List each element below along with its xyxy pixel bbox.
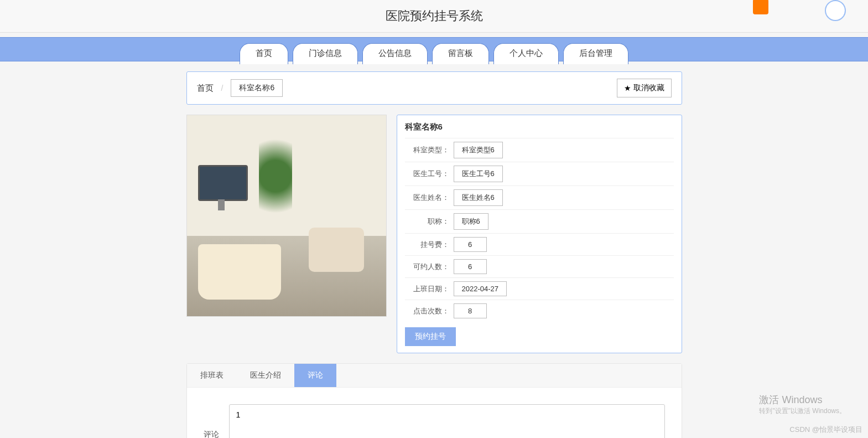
nav-tab-message[interactable]: 留言板 [432,43,489,64]
breadcrumb-separator: / [221,84,224,92]
header-badge-icon [753,0,768,14]
detail-section: 科室名称6 科室类型： 科室类型6 医生工号： 医生工号6 医生姓名： 医生姓名… [186,115,682,353]
nav-tab-notice[interactable]: 公告信息 [362,43,428,64]
nav-tab-outpatient[interactable]: 门诊信息 [293,43,358,64]
info-row-slots: 可约人数： 6 [405,255,674,277]
cancel-favorite-button[interactable]: ★ 取消收藏 [617,79,672,97]
main-container: 首页 / 科室名称6 ★ 取消收藏 科室名称6 科室类型： [186,71,682,438]
breadcrumb: 首页 / 科室名称6 ★ 取消收藏 [186,71,682,105]
windows-activation-watermark: 激活 Windows 转到"设置"以激活 Windows。 [759,393,846,416]
detail-info-card: 科室名称6 科室类型： 科室类型6 医生工号： 医生工号6 医生姓名： 医生姓名… [397,115,682,353]
info-row-title: 职称： 职称6 [405,209,674,233]
comment-label: 评论 [204,430,219,438]
info-row-doctor-id: 医生工号： 医生工号6 [405,162,674,185]
info-value: 医生姓名6 [454,189,503,206]
page-title: 医院预约挂号系统 [386,9,483,23]
info-value: 2022-04-27 [454,281,507,296]
sub-tabs-card: 排班表 医生介绍 评论 评论 [186,363,682,438]
comment-textarea[interactable] [229,404,665,438]
info-value: 6 [454,259,487,274]
breadcrumb-current: 科室名称6 [231,79,283,97]
nav-tab-personal[interactable]: 个人中心 [493,43,559,64]
user-avatar-icon[interactable] [825,0,846,21]
info-label: 上班日期： [405,284,454,294]
info-table: 科室类型： 科室类型6 医生工号： 医生工号6 医生姓名： 医生姓名6 职称： … [405,138,674,322]
star-icon: ★ [624,84,631,92]
info-label: 医生工号： [405,169,454,179]
nav-tabs: 首页 门诊信息 公告信息 留言板 个人中心 后台管理 [0,43,868,64]
main-nav: 首页 门诊信息 公告信息 留言板 个人中心 后台管理 [0,37,868,61]
info-row-doctor-name: 医生姓名： 医生姓名6 [405,185,674,209]
watermark-title: 激活 Windows [759,393,846,406]
detail-title: 科室名称6 [405,122,674,132]
info-label: 科室类型： [405,145,454,155]
info-row-date: 上班日期： 2022-04-27 [405,277,674,300]
department-image [186,115,387,317]
info-label: 职称： [405,217,454,226]
tab-comment[interactable]: 评论 [294,364,336,387]
breadcrumb-home[interactable]: 首页 [197,83,214,94]
info-value: 医生工号6 [454,166,503,182]
sub-tabs: 排班表 医生介绍 评论 [187,364,682,388]
info-label: 挂号费： [405,240,454,250]
comment-section: 评论 [187,388,682,438]
breadcrumb-path: 首页 / 科室名称6 [197,79,283,97]
header-bar: 医院预约挂号系统 [0,0,868,33]
reserve-button[interactable]: 预约挂号 [405,327,456,346]
nav-tab-admin[interactable]: 后台管理 [563,43,628,64]
info-value: 职称6 [454,213,488,230]
info-label: 点击次数： [405,306,454,316]
watermark-subtitle: 转到"设置"以激活 Windows。 [759,406,846,416]
info-value: 8 [454,303,487,318]
csdn-watermark: CSDN @怡景毕设项目 [789,425,862,435]
nav-tab-home[interactable]: 首页 [240,43,288,64]
tab-doctor-intro[interactable]: 医生介绍 [237,364,294,387]
info-value: 6 [454,237,487,252]
info-row-clicks: 点击次数： 8 [405,300,674,322]
cancel-favorite-label: 取消收藏 [633,83,664,93]
tab-schedule[interactable]: 排班表 [187,364,237,387]
info-value: 科室类型6 [454,142,503,158]
info-row-fee: 挂号费： 6 [405,233,674,255]
info-row-type: 科室类型： 科室类型6 [405,138,674,162]
info-label: 医生姓名： [405,193,454,203]
info-label: 可约人数： [405,262,454,272]
